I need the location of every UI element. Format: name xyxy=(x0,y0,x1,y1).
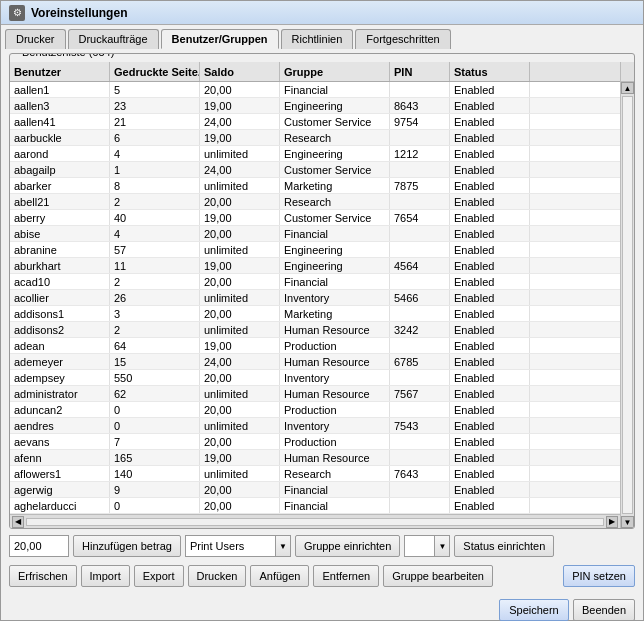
table-row[interactable]: abarker8unlimitedMarketing7875Enabled xyxy=(10,178,620,194)
table-cell-1: 0 xyxy=(110,418,200,433)
tab-druckauftraege[interactable]: Druckaufträge xyxy=(68,29,159,49)
table-cell-4 xyxy=(390,402,450,417)
amount-input[interactable] xyxy=(9,535,69,557)
table-cell-1: 62 xyxy=(110,386,200,401)
table-cell-5: Enabled xyxy=(450,386,530,401)
table-row[interactable]: ademeyer1524,00Human Resource6785Enabled xyxy=(10,354,620,370)
table-cell-3: Engineering xyxy=(280,98,390,113)
tabs-bar: Drucker Druckaufträge Benutzer/Gruppen R… xyxy=(1,25,643,49)
print-button[interactable]: Drucken xyxy=(188,565,247,587)
status-setup-button[interactable]: Status einrichten xyxy=(454,535,554,557)
table-row[interactable]: agerwig920,00FinancialEnabled xyxy=(10,482,620,498)
refresh-button[interactable]: Erfrischen xyxy=(9,565,77,587)
table-cell-3: Engineering xyxy=(280,146,390,161)
horizontal-scrollbar[interactable]: ◀ ▶ xyxy=(10,514,620,528)
table-cell-3: Human Resource xyxy=(280,354,390,369)
table-row[interactable]: acad10220,00FinancialEnabled xyxy=(10,274,620,290)
table-row[interactable]: abise420,00FinancialEnabled xyxy=(10,226,620,242)
table-cell-2: 20,00 xyxy=(200,226,280,241)
table-row[interactable]: abranine57unlimitedEngineeringEnabled xyxy=(10,242,620,258)
table-row[interactable]: aallen32319,00Engineering8643Enabled xyxy=(10,98,620,114)
table-row[interactable]: aflowers1140unlimitedResearch7643Enabled xyxy=(10,466,620,482)
col-saldo: Saldo xyxy=(200,62,280,81)
table-cell-0: ademeyer xyxy=(10,354,110,369)
add-amount-button[interactable]: Hinzufügen betrag xyxy=(73,535,181,557)
tab-drucker[interactable]: Drucker xyxy=(5,29,66,49)
scroll-track[interactable] xyxy=(26,518,604,526)
app-icon: ⚙ xyxy=(9,5,25,21)
table-row[interactable]: adean6419,00ProductionEnabled xyxy=(10,338,620,354)
table-cell-1: 57 xyxy=(110,242,200,257)
table-cell-4: 7543 xyxy=(390,418,450,433)
table-cell-2: unlimited xyxy=(200,322,280,337)
table-cell-5: Enabled xyxy=(450,82,530,97)
edit-group-button[interactable]: Gruppe bearbeiten xyxy=(383,565,493,587)
table-row[interactable]: aarond4unlimitedEngineering1212Enabled xyxy=(10,146,620,162)
scroll-right-arrow[interactable]: ▶ xyxy=(606,516,618,528)
table-row[interactable]: afenn16519,00Human ResourceEnabled xyxy=(10,450,620,466)
table-cell-1: 550 xyxy=(110,370,200,385)
table-cell-0: abagailp xyxy=(10,162,110,177)
group-title: Benutzerliste (634) xyxy=(18,53,118,58)
table-cell-4: 4564 xyxy=(390,258,450,273)
table-cell-2: unlimited xyxy=(200,466,280,481)
table-cell-1: 9 xyxy=(110,482,200,497)
scroll-down-arrow[interactable]: ▼ xyxy=(621,516,634,528)
table-cell-1: 15 xyxy=(110,354,200,369)
table-cell-4 xyxy=(390,194,450,209)
close-button[interactable]: Beenden xyxy=(573,599,635,621)
export-button[interactable]: Export xyxy=(134,565,184,587)
table-row[interactable]: addisons1320,00MarketingEnabled xyxy=(10,306,620,322)
group-setup-button[interactable]: Gruppe einrichten xyxy=(295,535,400,557)
table-cell-3: Financial xyxy=(280,274,390,289)
table-row[interactable]: aevans720,00ProductionEnabled xyxy=(10,434,620,450)
table-cell-5: Enabled xyxy=(450,434,530,449)
table-row[interactable]: addisons22unlimitedHuman Resource3242Ena… xyxy=(10,322,620,338)
table-cell-3: Research xyxy=(280,194,390,209)
tab-richtlinien[interactable]: Richtlinien xyxy=(281,29,354,49)
table-cell-4: 7875 xyxy=(390,178,450,193)
table-row[interactable]: aghelarducci020,00FinancialEnabled xyxy=(10,498,620,514)
table-row[interactable]: aendres0unlimitedInventory7543Enabled xyxy=(10,418,620,434)
print-users-arrow[interactable]: ▼ xyxy=(275,535,291,557)
table-cell-2: unlimited xyxy=(200,290,280,305)
remove-button[interactable]: Entfernen xyxy=(313,565,379,587)
table-row[interactable]: aduncan2020,00ProductionEnabled xyxy=(10,402,620,418)
table-row[interactable]: aallen412124,00Customer Service9754Enabl… xyxy=(10,114,620,130)
titlebar: ⚙ Voreinstellungen xyxy=(1,1,643,25)
table-row[interactable]: acollier26unlimitedInventory5466Enabled xyxy=(10,290,620,306)
status-dropdown-arrow[interactable]: ▼ xyxy=(434,535,450,557)
scroll-left-arrow[interactable]: ◀ xyxy=(12,516,24,528)
status-dropdown[interactable]: ▼ xyxy=(404,535,450,557)
table-row[interactable]: abell21220,00ResearchEnabled xyxy=(10,194,620,210)
table-row[interactable]: aarbuckle619,00ResearchEnabled xyxy=(10,130,620,146)
table-row[interactable]: administrator62unlimitedHuman Resource75… xyxy=(10,386,620,402)
print-users-dropdown[interactable]: Print Users ▼ xyxy=(185,535,291,557)
table-cell-5: Enabled xyxy=(450,146,530,161)
table-cell-1: 2 xyxy=(110,322,200,337)
table-cell-0: aallen3 xyxy=(10,98,110,113)
table-row[interactable]: adempsey55020,00InventoryEnabled xyxy=(10,370,620,386)
append-button[interactable]: Anfügen xyxy=(250,565,309,587)
vertical-scrollbar[interactable]: ▲ ▼ xyxy=(620,82,634,528)
scroll-up-arrow[interactable]: ▲ xyxy=(621,82,634,94)
table-cell-2: 19,00 xyxy=(200,98,280,113)
import-button[interactable]: Import xyxy=(81,565,130,587)
table-row[interactable]: aallen1520,00FinancialEnabled xyxy=(10,82,620,98)
tab-fortgeschritten[interactable]: Fortgeschritten xyxy=(355,29,450,49)
table-cell-0: abell21 xyxy=(10,194,110,209)
table-cell-1: 5 xyxy=(110,82,200,97)
save-button[interactable]: Speichern xyxy=(499,599,569,621)
table-row[interactable]: aberry4019,00Customer Service7654Enabled xyxy=(10,210,620,226)
table-cell-2: unlimited xyxy=(200,146,280,161)
table-cell-0: aflowers1 xyxy=(10,466,110,481)
table-body[interactable]: aallen1520,00FinancialEnabledaallen32319… xyxy=(10,82,620,514)
print-users-label: Print Users xyxy=(185,535,275,557)
table-cell-1: 40 xyxy=(110,210,200,225)
scroll-thumb[interactable] xyxy=(622,96,633,514)
table-cell-1: 21 xyxy=(110,114,200,129)
table-row[interactable]: abagailp124,00Customer ServiceEnabled xyxy=(10,162,620,178)
set-pin-button[interactable]: PIN setzen xyxy=(563,565,635,587)
tab-benutzer-gruppen[interactable]: Benutzer/Gruppen xyxy=(161,29,279,49)
table-row[interactable]: aburkhart1119,00Engineering4564Enabled xyxy=(10,258,620,274)
